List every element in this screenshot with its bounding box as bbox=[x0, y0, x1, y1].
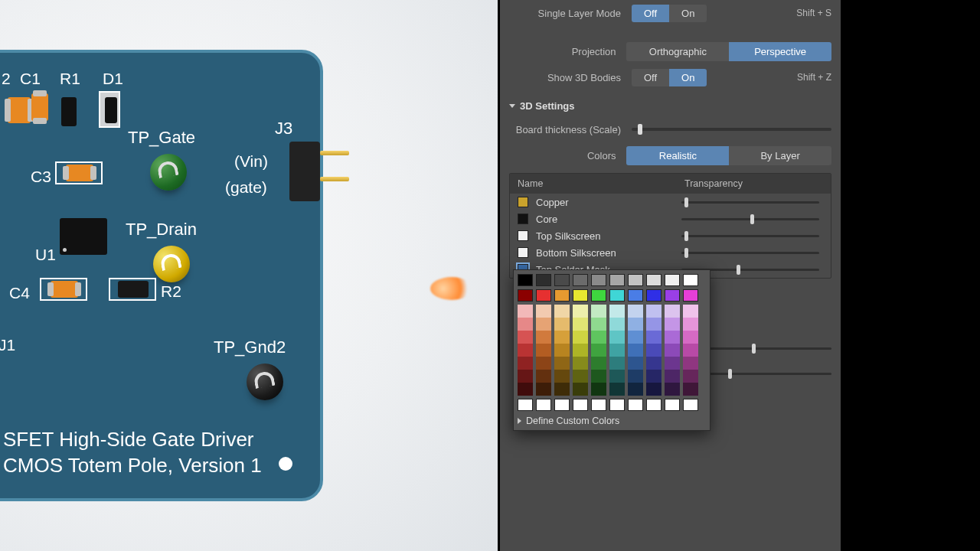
layer-transparency-slider[interactable] bbox=[681, 235, 819, 237]
color-swatch[interactable] bbox=[609, 274, 625, 286]
color-swatch[interactable] bbox=[683, 274, 698, 286]
layer-color-swatch[interactable] bbox=[518, 197, 528, 207]
color-swatch[interactable] bbox=[609, 344, 625, 357]
color-swatch[interactable] bbox=[646, 305, 662, 318]
layer-color-swatch[interactable] bbox=[518, 214, 528, 224]
color-swatch[interactable] bbox=[518, 289, 533, 302]
color-swatch[interactable] bbox=[573, 289, 588, 302]
color-swatch[interactable] bbox=[554, 357, 570, 370]
layer-transparency-slider[interactable] bbox=[681, 252, 819, 254]
layer-transparency-slider[interactable] bbox=[681, 218, 819, 220]
color-swatch[interactable] bbox=[665, 318, 680, 331]
color-swatch[interactable] bbox=[683, 289, 698, 302]
color-swatch[interactable] bbox=[591, 344, 606, 357]
color-swatch[interactable] bbox=[573, 305, 588, 318]
color-swatch[interactable] bbox=[536, 318, 551, 331]
color-swatch[interactable] bbox=[591, 318, 606, 331]
color-swatch[interactable] bbox=[665, 383, 680, 396]
color-swatch[interactable] bbox=[683, 318, 698, 331]
define-custom-colors[interactable]: Define Custom Colors bbox=[518, 414, 706, 426]
color-swatch[interactable] bbox=[628, 344, 643, 357]
color-swatch[interactable] bbox=[628, 318, 643, 331]
color-swatch[interactable] bbox=[536, 383, 551, 396]
color-picker-popup[interactable]: Define Custom Colors bbox=[513, 269, 710, 431]
color-swatch[interactable] bbox=[554, 318, 570, 331]
color-swatch[interactable] bbox=[518, 399, 533, 411]
color-swatch[interactable] bbox=[573, 383, 588, 396]
color-swatch[interactable] bbox=[609, 357, 625, 370]
color-swatch[interactable] bbox=[536, 344, 551, 357]
color-swatch[interactable] bbox=[646, 344, 662, 357]
color-swatch[interactable] bbox=[665, 370, 680, 383]
color-swatch[interactable] bbox=[665, 399, 680, 411]
color-swatch[interactable] bbox=[536, 331, 551, 344]
color-swatch[interactable] bbox=[554, 383, 570, 396]
color-swatch[interactable] bbox=[518, 305, 533, 318]
color-swatch[interactable] bbox=[573, 357, 588, 370]
color-swatch[interactable] bbox=[628, 305, 643, 318]
color-swatch[interactable] bbox=[665, 305, 680, 318]
color-swatch[interactable] bbox=[554, 274, 570, 286]
color-swatch[interactable] bbox=[554, 344, 570, 357]
section-3d-settings[interactable]: 3D Settings bbox=[509, 95, 831, 116]
color-swatch[interactable] bbox=[628, 289, 643, 302]
color-swatch[interactable] bbox=[573, 344, 588, 357]
color-swatch[interactable] bbox=[628, 274, 643, 286]
color-swatch[interactable] bbox=[591, 370, 606, 383]
color-swatch[interactable] bbox=[628, 370, 643, 383]
color-swatch[interactable] bbox=[609, 331, 625, 344]
color-swatch[interactable] bbox=[591, 357, 606, 370]
color-swatch[interactable] bbox=[591, 383, 606, 396]
color-swatch[interactable] bbox=[536, 357, 551, 370]
color-swatch[interactable] bbox=[591, 331, 606, 344]
extra-slider-1[interactable] bbox=[694, 347, 831, 350]
color-swatch[interactable] bbox=[573, 399, 588, 411]
single-layer-toggle[interactable]: Off On bbox=[632, 5, 707, 22]
show3d-off[interactable]: Off bbox=[632, 69, 669, 86]
color-swatch[interactable] bbox=[683, 331, 698, 344]
color-swatch[interactable] bbox=[573, 370, 588, 383]
color-swatch[interactable] bbox=[683, 344, 698, 357]
color-swatch[interactable] bbox=[609, 318, 625, 331]
color-swatch[interactable] bbox=[518, 318, 533, 331]
color-swatch[interactable] bbox=[683, 383, 698, 396]
color-swatch[interactable] bbox=[536, 305, 551, 318]
color-swatch[interactable] bbox=[609, 289, 625, 302]
color-swatch[interactable] bbox=[518, 344, 533, 357]
color-swatch[interactable] bbox=[683, 305, 698, 318]
color-swatch[interactable] bbox=[536, 370, 551, 383]
color-swatch[interactable] bbox=[683, 357, 698, 370]
color-swatch[interactable] bbox=[536, 274, 551, 286]
color-swatch[interactable] bbox=[609, 305, 625, 318]
color-swatch[interactable] bbox=[536, 289, 551, 302]
color-swatch[interactable] bbox=[554, 331, 570, 344]
color-swatch[interactable] bbox=[665, 274, 680, 286]
color-swatch[interactable] bbox=[665, 357, 680, 370]
projection-toggle[interactable]: Orthographic Perspective bbox=[626, 42, 831, 61]
color-swatch[interactable] bbox=[518, 331, 533, 344]
color-swatch[interactable] bbox=[646, 383, 662, 396]
projection-persp[interactable]: Perspective bbox=[729, 42, 831, 61]
colors-realistic[interactable]: Realistic bbox=[626, 146, 729, 165]
colors-toggle[interactable]: Realistic By Layer bbox=[626, 146, 831, 165]
color-swatch[interactable] bbox=[646, 289, 662, 302]
thickness-slider[interactable] bbox=[632, 128, 831, 131]
layer-row[interactable]: Top Silkscreen bbox=[510, 227, 831, 244]
color-swatch[interactable] bbox=[591, 289, 606, 302]
color-swatch[interactable] bbox=[609, 399, 625, 411]
color-swatch[interactable] bbox=[518, 370, 533, 383]
color-swatch[interactable] bbox=[628, 331, 643, 344]
layer-row[interactable]: Copper bbox=[510, 194, 831, 210]
color-swatch[interactable] bbox=[554, 289, 570, 302]
color-swatch[interactable] bbox=[518, 383, 533, 396]
color-swatch[interactable] bbox=[628, 357, 643, 370]
color-swatch[interactable] bbox=[646, 399, 662, 411]
layer-row[interactable]: Core bbox=[510, 210, 831, 227]
color-swatch[interactable] bbox=[554, 305, 570, 318]
color-swatch[interactable] bbox=[609, 383, 625, 396]
color-swatch[interactable] bbox=[646, 274, 662, 286]
color-swatch[interactable] bbox=[683, 399, 698, 411]
pcb-3d-viewport[interactable]: 2 C1 R1 D1 TP_Gate J3 (Vin) (gate) C3 U1 bbox=[0, 0, 498, 551]
color-swatch[interactable] bbox=[573, 318, 588, 331]
color-swatch[interactable] bbox=[665, 289, 680, 302]
